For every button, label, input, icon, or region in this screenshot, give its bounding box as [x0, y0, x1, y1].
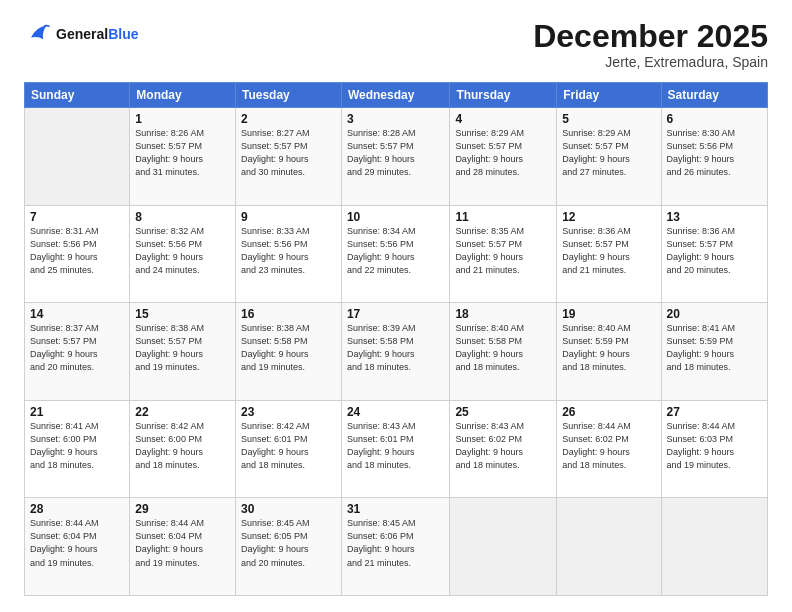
calendar-cell — [557, 498, 661, 596]
day-info: Sunrise: 8:26 AM Sunset: 5:57 PM Dayligh… — [135, 127, 230, 179]
calendar-week-1: 1Sunrise: 8:26 AM Sunset: 5:57 PM Daylig… — [25, 108, 768, 206]
day-number: 23 — [241, 405, 336, 419]
day-info: Sunrise: 8:33 AM Sunset: 5:56 PM Dayligh… — [241, 225, 336, 277]
day-info: Sunrise: 8:40 AM Sunset: 5:58 PM Dayligh… — [455, 322, 551, 374]
day-info: Sunrise: 8:35 AM Sunset: 5:57 PM Dayligh… — [455, 225, 551, 277]
calendar-cell: 12Sunrise: 8:36 AM Sunset: 5:57 PM Dayli… — [557, 205, 661, 303]
day-number: 17 — [347, 307, 444, 321]
header: GeneralBlue December 2025 Jerte, Extrema… — [24, 20, 768, 70]
day-info: Sunrise: 8:28 AM Sunset: 5:57 PM Dayligh… — [347, 127, 444, 179]
calendar-cell: 19Sunrise: 8:40 AM Sunset: 5:59 PM Dayli… — [557, 303, 661, 401]
day-info: Sunrise: 8:40 AM Sunset: 5:59 PM Dayligh… — [562, 322, 655, 374]
calendar-cell: 15Sunrise: 8:38 AM Sunset: 5:57 PM Dayli… — [130, 303, 236, 401]
calendar-cell: 10Sunrise: 8:34 AM Sunset: 5:56 PM Dayli… — [341, 205, 449, 303]
calendar-cell: 24Sunrise: 8:43 AM Sunset: 6:01 PM Dayli… — [341, 400, 449, 498]
day-info: Sunrise: 8:29 AM Sunset: 5:57 PM Dayligh… — [455, 127, 551, 179]
day-number: 1 — [135, 112, 230, 126]
day-info: Sunrise: 8:44 AM Sunset: 6:04 PM Dayligh… — [30, 517, 124, 569]
calendar-cell: 28Sunrise: 8:44 AM Sunset: 6:04 PM Dayli… — [25, 498, 130, 596]
calendar-week-2: 7Sunrise: 8:31 AM Sunset: 5:56 PM Daylig… — [25, 205, 768, 303]
day-info: Sunrise: 8:45 AM Sunset: 6:05 PM Dayligh… — [241, 517, 336, 569]
calendar-cell: 22Sunrise: 8:42 AM Sunset: 6:00 PM Dayli… — [130, 400, 236, 498]
calendar-cell: 30Sunrise: 8:45 AM Sunset: 6:05 PM Dayli… — [235, 498, 341, 596]
day-info: Sunrise: 8:36 AM Sunset: 5:57 PM Dayligh… — [667, 225, 762, 277]
weekday-header-monday: Monday — [130, 83, 236, 108]
day-number: 28 — [30, 502, 124, 516]
day-number: 22 — [135, 405, 230, 419]
day-number: 4 — [455, 112, 551, 126]
calendar-cell: 21Sunrise: 8:41 AM Sunset: 6:00 PM Dayli… — [25, 400, 130, 498]
logo: GeneralBlue — [24, 20, 138, 48]
calendar-cell: 1Sunrise: 8:26 AM Sunset: 5:57 PM Daylig… — [130, 108, 236, 206]
day-info: Sunrise: 8:31 AM Sunset: 5:56 PM Dayligh… — [30, 225, 124, 277]
day-number: 11 — [455, 210, 551, 224]
day-info: Sunrise: 8:30 AM Sunset: 5:56 PM Dayligh… — [667, 127, 762, 179]
day-number: 14 — [30, 307, 124, 321]
day-info: Sunrise: 8:34 AM Sunset: 5:56 PM Dayligh… — [347, 225, 444, 277]
day-info: Sunrise: 8:43 AM Sunset: 6:02 PM Dayligh… — [455, 420, 551, 472]
day-info: Sunrise: 8:41 AM Sunset: 6:00 PM Dayligh… — [30, 420, 124, 472]
calendar-cell: 5Sunrise: 8:29 AM Sunset: 5:57 PM Daylig… — [557, 108, 661, 206]
day-info: Sunrise: 8:38 AM Sunset: 5:57 PM Dayligh… — [135, 322, 230, 374]
month-title: December 2025 — [533, 20, 768, 52]
day-number: 25 — [455, 405, 551, 419]
calendar-week-3: 14Sunrise: 8:37 AM Sunset: 5:57 PM Dayli… — [25, 303, 768, 401]
day-info: Sunrise: 8:29 AM Sunset: 5:57 PM Dayligh… — [562, 127, 655, 179]
day-number: 29 — [135, 502, 230, 516]
weekday-header-thursday: Thursday — [450, 83, 557, 108]
day-info: Sunrise: 8:44 AM Sunset: 6:04 PM Dayligh… — [135, 517, 230, 569]
day-info: Sunrise: 8:36 AM Sunset: 5:57 PM Dayligh… — [562, 225, 655, 277]
calendar-cell: 11Sunrise: 8:35 AM Sunset: 5:57 PM Dayli… — [450, 205, 557, 303]
calendar-table: SundayMondayTuesdayWednesdayThursdayFrid… — [24, 82, 768, 596]
calendar-cell: 7Sunrise: 8:31 AM Sunset: 5:56 PM Daylig… — [25, 205, 130, 303]
calendar-cell: 29Sunrise: 8:44 AM Sunset: 6:04 PM Dayli… — [130, 498, 236, 596]
calendar-cell — [661, 498, 767, 596]
calendar-cell: 3Sunrise: 8:28 AM Sunset: 5:57 PM Daylig… — [341, 108, 449, 206]
day-number: 9 — [241, 210, 336, 224]
calendar-cell: 23Sunrise: 8:42 AM Sunset: 6:01 PM Dayli… — [235, 400, 341, 498]
calendar-cell: 6Sunrise: 8:30 AM Sunset: 5:56 PM Daylig… — [661, 108, 767, 206]
day-info: Sunrise: 8:42 AM Sunset: 6:01 PM Dayligh… — [241, 420, 336, 472]
day-info: Sunrise: 8:45 AM Sunset: 6:06 PM Dayligh… — [347, 517, 444, 569]
day-number: 3 — [347, 112, 444, 126]
calendar-cell: 16Sunrise: 8:38 AM Sunset: 5:58 PM Dayli… — [235, 303, 341, 401]
day-number: 6 — [667, 112, 762, 126]
weekday-header-sunday: Sunday — [25, 83, 130, 108]
day-number: 27 — [667, 405, 762, 419]
calendar-cell — [25, 108, 130, 206]
day-info: Sunrise: 8:39 AM Sunset: 5:58 PM Dayligh… — [347, 322, 444, 374]
day-number: 10 — [347, 210, 444, 224]
day-info: Sunrise: 8:32 AM Sunset: 5:56 PM Dayligh… — [135, 225, 230, 277]
day-info: Sunrise: 8:44 AM Sunset: 6:02 PM Dayligh… — [562, 420, 655, 472]
calendar-cell: 13Sunrise: 8:36 AM Sunset: 5:57 PM Dayli… — [661, 205, 767, 303]
calendar-week-5: 28Sunrise: 8:44 AM Sunset: 6:04 PM Dayli… — [25, 498, 768, 596]
logo-text: GeneralBlue — [56, 26, 138, 42]
location: Jerte, Extremadura, Spain — [533, 54, 768, 70]
day-number: 20 — [667, 307, 762, 321]
weekday-header-friday: Friday — [557, 83, 661, 108]
calendar-cell: 14Sunrise: 8:37 AM Sunset: 5:57 PM Dayli… — [25, 303, 130, 401]
day-number: 19 — [562, 307, 655, 321]
title-block: December 2025 Jerte, Extremadura, Spain — [533, 20, 768, 70]
calendar-cell: 31Sunrise: 8:45 AM Sunset: 6:06 PM Dayli… — [341, 498, 449, 596]
calendar-week-4: 21Sunrise: 8:41 AM Sunset: 6:00 PM Dayli… — [25, 400, 768, 498]
day-number: 26 — [562, 405, 655, 419]
day-number: 13 — [667, 210, 762, 224]
day-number: 30 — [241, 502, 336, 516]
day-info: Sunrise: 8:37 AM Sunset: 5:57 PM Dayligh… — [30, 322, 124, 374]
day-info: Sunrise: 8:42 AM Sunset: 6:00 PM Dayligh… — [135, 420, 230, 472]
day-number: 2 — [241, 112, 336, 126]
calendar-cell: 2Sunrise: 8:27 AM Sunset: 5:57 PM Daylig… — [235, 108, 341, 206]
day-info: Sunrise: 8:41 AM Sunset: 5:59 PM Dayligh… — [667, 322, 762, 374]
day-info: Sunrise: 8:43 AM Sunset: 6:01 PM Dayligh… — [347, 420, 444, 472]
weekday-header-tuesday: Tuesday — [235, 83, 341, 108]
day-number: 21 — [30, 405, 124, 419]
day-info: Sunrise: 8:27 AM Sunset: 5:57 PM Dayligh… — [241, 127, 336, 179]
calendar-cell: 9Sunrise: 8:33 AM Sunset: 5:56 PM Daylig… — [235, 205, 341, 303]
calendar-cell: 18Sunrise: 8:40 AM Sunset: 5:58 PM Dayli… — [450, 303, 557, 401]
weekday-header-wednesday: Wednesday — [341, 83, 449, 108]
day-number: 5 — [562, 112, 655, 126]
weekday-header-saturday: Saturday — [661, 83, 767, 108]
day-number: 7 — [30, 210, 124, 224]
day-info: Sunrise: 8:44 AM Sunset: 6:03 PM Dayligh… — [667, 420, 762, 472]
